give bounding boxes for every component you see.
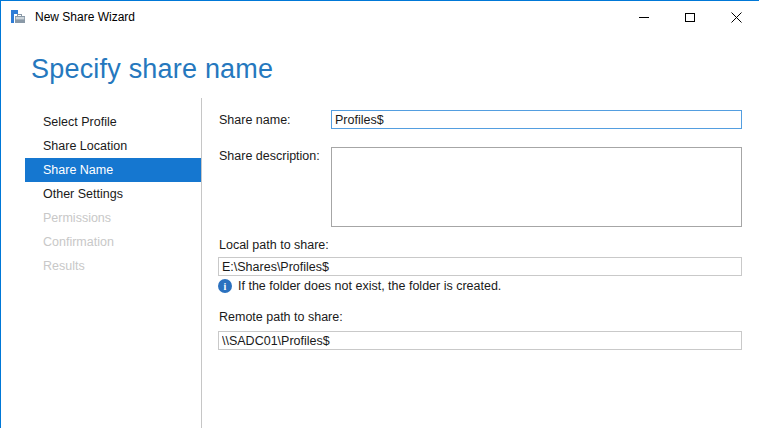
- page-title: Specify share name: [31, 52, 273, 86]
- sidebar-item-results: Results: [25, 254, 201, 278]
- sidebar-item-permissions: Permissions: [25, 206, 201, 230]
- info-icon: i: [218, 279, 232, 293]
- share-name-label: Share name:: [219, 113, 291, 127]
- close-button[interactable]: [713, 1, 759, 33]
- title-bar: New Share Wizard: [1, 1, 759, 33]
- close-icon: [731, 12, 742, 23]
- share-description-label: Share description:: [219, 149, 320, 163]
- maximize-icon: [685, 13, 695, 22]
- new-share-wizard-window: New Share Wizard Specify share name Sele…: [0, 0, 759, 428]
- sidebar-divider: [201, 98, 202, 428]
- share-description-input[interactable]: [331, 147, 742, 227]
- share-name-input[interactable]: [331, 110, 742, 129]
- sidebar-item-other-settings[interactable]: Other Settings: [25, 182, 201, 206]
- minimize-button[interactable]: [621, 1, 667, 33]
- local-path-info-text: If the folder does not exist, the folder…: [238, 279, 501, 293]
- remote-path-label: Remote path to share:: [219, 310, 343, 324]
- local-path-info-row: i If the folder does not exist, the fold…: [218, 279, 501, 293]
- window-controls: [621, 1, 759, 33]
- sidebar-item-share-location[interactable]: Share Location: [25, 134, 201, 158]
- maximize-button[interactable]: [667, 1, 713, 33]
- wizard-steps-sidebar: Select Profile Share Location Share Name…: [1, 110, 201, 278]
- share-wizard-icon: [10, 9, 26, 25]
- sidebar-item-select-profile[interactable]: Select Profile: [25, 110, 201, 134]
- remote-path-input[interactable]: [218, 331, 742, 350]
- local-path-input[interactable]: [218, 257, 742, 276]
- sidebar-item-share-name[interactable]: Share Name: [25, 158, 201, 182]
- sidebar-item-confirmation: Confirmation: [25, 230, 201, 254]
- window-title: New Share Wizard: [35, 10, 135, 24]
- minimize-icon: [639, 17, 649, 18]
- local-path-label: Local path to share:: [219, 238, 329, 252]
